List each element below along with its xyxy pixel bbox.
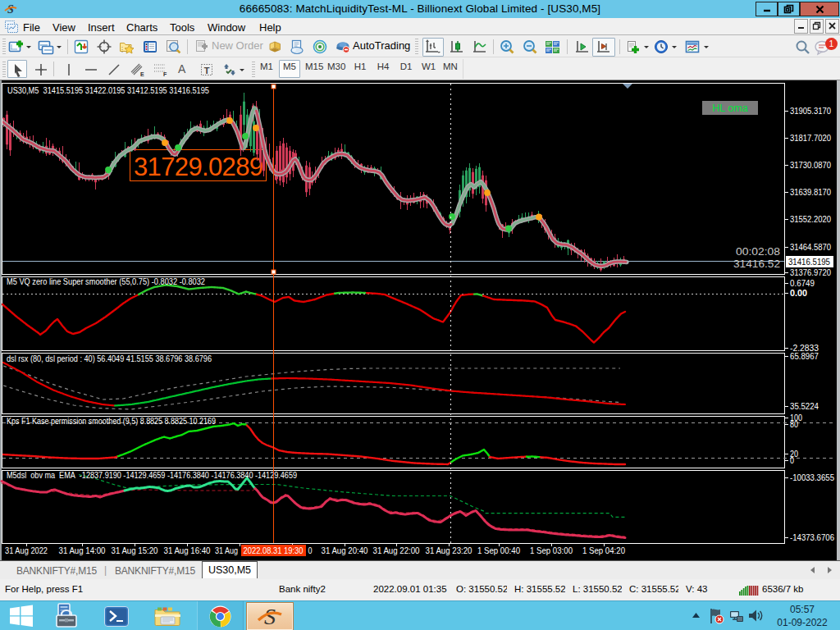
svg-text:31416.52: 31416.52 <box>733 258 780 270</box>
svg-text:2022.08.31 19:30: 2022.08.31 19:30 <box>244 546 304 555</box>
svg-text:31 Aug 16:40: 31 Aug 16:40 <box>164 546 211 555</box>
svg-text:M5dsl obv ma EMA -12837.919: M5dsl obv ma EMA -12837.9190 -14129.4659… <box>7 470 297 480</box>
svg-text:-14373.6706: -14373.6706 <box>790 532 834 542</box>
svg-text:31464.5870: 31464.5870 <box>790 242 831 252</box>
svg-text:31639.8170: 31639.8170 <box>790 187 831 197</box>
svg-text:F: F <box>163 71 167 77</box>
svg-text:31552.2020: 31552.2020 <box>790 214 831 224</box>
svg-text:0.00: 0.00 <box>790 288 807 298</box>
svg-text:31 Aug 15:20: 31 Aug 15:20 <box>112 546 158 555</box>
svg-text:E: E <box>140 71 144 77</box>
svg-text:65.8967: 65.8967 <box>790 351 819 361</box>
svg-text:31376.9720: 31376.9720 <box>790 267 831 277</box>
svg-text:31 Aug 2022: 31 Aug 2022 <box>5 546 48 555</box>
svg-text:80: 80 <box>790 419 798 429</box>
svg-text:1 Sep 00:40: 1 Sep 00:40 <box>477 546 520 555</box>
svg-text:S: S <box>264 604 276 629</box>
svg-text:00:02:08: 00:02:08 <box>736 246 780 258</box>
svg-text:31416.5195: 31416.5195 <box>788 257 830 267</box>
svg-text:1 Sep 03:00: 1 Sep 03:00 <box>530 546 573 555</box>
svg-text:US30,M5 31415.5195 31422.0195: US30,M5 31415.5195 31422.0195 31412.5195… <box>7 85 209 95</box>
svg-text:HL oma: HL oma <box>712 103 747 114</box>
svg-text:31 Aug 14:00: 31 Aug 14:00 <box>59 546 106 555</box>
svg-text:dsl rsx (80, dsl period : 40): dsl rsx (80, dsl period : 40) 56.4049 41… <box>7 354 212 363</box>
svg-text:31729.0289: 31729.0289 <box>134 153 263 181</box>
svg-text:T: T <box>204 66 210 75</box>
svg-text:0: 0 <box>308 546 313 555</box>
svg-text:31905.3170: 31905.3170 <box>790 106 831 116</box>
svg-text:31 Aug 20:40: 31 Aug 20:40 <box>322 546 368 555</box>
svg-text:1 Sep 04:20: 1 Sep 04:20 <box>582 546 625 555</box>
svg-text:0: 0 <box>790 455 794 465</box>
svg-text:-10033.3655: -10033.3655 <box>790 472 834 482</box>
svg-text:0.6749: 0.6749 <box>790 278 815 288</box>
svg-text:31 Aug 22:00: 31 Aug 22:00 <box>373 546 420 555</box>
svg-text:35.5224: 35.5224 <box>790 401 819 411</box>
svg-text:M5 VQ zero line Super smoother: M5 VQ zero line Super smoother (55,0.75)… <box>7 276 205 286</box>
svg-text:31817.7020: 31817.7020 <box>790 133 831 143</box>
svg-text:31 Aug 23:20: 31 Aug 23:20 <box>426 546 472 555</box>
svg-text:Kps F1 Kase permission smoothe: Kps F1 Kase permission smoothed (9,5) 8.… <box>7 416 216 426</box>
svg-text:31730.0870: 31730.0870 <box>790 160 831 170</box>
svg-text:31 Aug: 31 Aug <box>215 546 238 555</box>
